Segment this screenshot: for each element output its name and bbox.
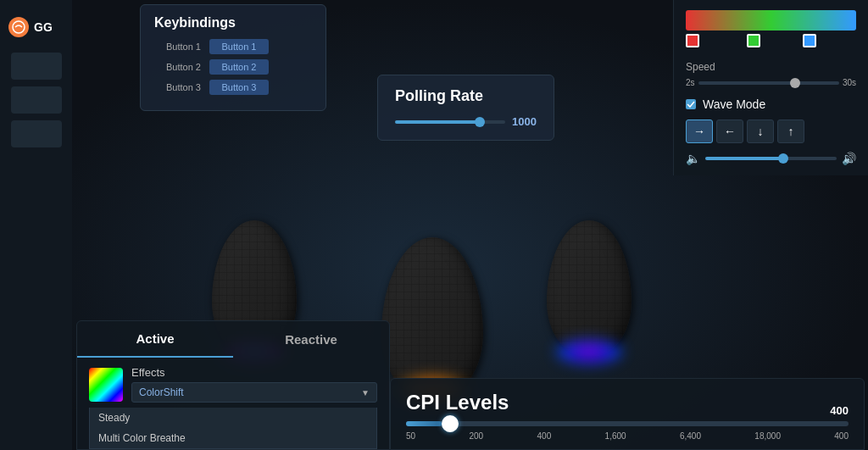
wave-mode-row: Wave Mode (686, 97, 856, 111)
speed-slider[interactable] (698, 81, 839, 85)
keybind-label-3: Button 3 (154, 82, 201, 92)
app-logo: GG (0, 10, 72, 44)
sidebar: GG (0, 0, 72, 450)
effects-label: Effects (131, 366, 377, 379)
tab-active[interactable]: Active (77, 321, 233, 358)
keybind-label-1: Button 1 (154, 42, 201, 52)
mouse-right-body (547, 220, 632, 356)
cpi-label-400b: 400 (834, 431, 849, 441)
color-stop-green[interactable] (747, 34, 760, 47)
keybind-btn-3[interactable]: Button 3 (209, 80, 269, 95)
wave-dir-up[interactable]: ↑ (777, 119, 804, 143)
logo-text: GG (34, 20, 53, 34)
effects-row: Effects ColorShift ▼ (77, 358, 389, 408)
volume-max-icon: 🔊 (842, 152, 856, 165)
polling-rate-panel: Polling Rate 1000 (377, 75, 554, 141)
cpi-label-50: 50 (406, 431, 415, 441)
sidebar-item-3[interactable] (11, 120, 62, 147)
cpi-label-400: 400 (537, 431, 552, 441)
mouse-right (547, 220, 632, 356)
cpi-slider-thumb[interactable] (442, 415, 459, 432)
dropdown-item-steady[interactable]: Steady (90, 408, 376, 428)
speed-slider-row: 2s 30s (686, 78, 856, 87)
keybindings-title: Keybindings (154, 15, 312, 31)
keybindings-panel: Keybindings Button 1 Button 1 Button 2 B… (140, 4, 326, 111)
speed-min-label: 2s (686, 78, 695, 87)
effects-dropdown-list: Steady Multi Color Breathe (89, 408, 377, 449)
effects-right: Effects ColorShift ▼ (131, 366, 377, 403)
cpi-label-6400: 6,400 (680, 431, 701, 441)
cpi-scale-labels: 50 200 400 1,600 6,400 18,000 400 (406, 431, 849, 441)
color-stop-red[interactable] (686, 34, 699, 47)
polling-rate-title: Polling Rate (395, 87, 537, 105)
color-gradient-bar (686, 10, 856, 31)
sidebar-item-1[interactable] (11, 53, 62, 80)
keybind-row-3: Button 3 Button 3 (154, 80, 312, 95)
cpi-label-18000: 18,000 (754, 431, 781, 441)
keybind-btn-1[interactable]: Button 1 (209, 39, 269, 54)
cpi-panel: CPI Levels 400 50 200 400 1,600 6,400 18… (390, 378, 865, 450)
wave-volume-row: 🔈 🔊 (686, 152, 856, 165)
svg-point-0 (13, 21, 25, 33)
mouse-right-glow (555, 339, 623, 364)
sidebar-item-2[interactable] (11, 86, 62, 114)
effects-color-preview[interactable] (89, 368, 123, 402)
wave-mode-panel: Speed 2s 30s Wave Mode → ← ↓ ↑ 🔈 🔊 (673, 0, 868, 175)
dropdown-arrow-icon: ▼ (361, 388, 370, 397)
polling-rate-slider[interactable] (395, 120, 505, 124)
mouse-right-mesh (547, 220, 632, 356)
cpi-fill (406, 421, 442, 426)
cpi-track (406, 421, 849, 426)
wave-mode-checkbox[interactable] (686, 99, 696, 109)
mouse-center (381, 237, 483, 398)
cpi-current-value: 400 (830, 404, 849, 417)
speed-label: Speed (686, 61, 856, 73)
keybind-row-1: Button 1 Button 1 (154, 39, 312, 54)
volume-slider[interactable] (705, 157, 837, 160)
polling-rate-value: 1000 (512, 115, 537, 128)
wave-dir-right[interactable]: → (686, 119, 713, 143)
cpi-title: CPI Levels (406, 391, 849, 414)
keybind-row-2: Button 2 Button 2 (154, 59, 312, 75)
effects-selected-value: ColorShift (139, 386, 184, 398)
bottom-left-panel: Active Reactive Effects ColorShift ▼ Ste… (76, 320, 390, 450)
cpi-label-200: 200 (469, 431, 483, 441)
wave-direction-buttons: → ← ↓ ↑ (686, 119, 856, 143)
wave-dir-left[interactable]: ← (716, 119, 743, 143)
volume-min-icon: 🔈 (686, 152, 700, 165)
speed-max-label: 30s (843, 78, 856, 87)
wave-mode-label: Wave Mode (703, 97, 765, 111)
dropdown-item-multicolor[interactable]: Multi Color Breathe (90, 428, 376, 448)
keybind-btn-2[interactable]: Button 2 (209, 59, 269, 75)
logo-icon (8, 17, 29, 37)
keybind-label-2: Button 2 (154, 62, 201, 72)
color-stop-blue[interactable] (803, 34, 816, 47)
effects-dropdown[interactable]: ColorShift ▼ (131, 382, 377, 403)
tab-reactive[interactable]: Reactive (233, 321, 389, 358)
cpi-slider-area: 400 50 200 400 1,600 6,400 18,000 400 (406, 421, 849, 441)
polling-slider-row: 1000 (395, 115, 537, 128)
wave-dir-down[interactable]: ↓ (747, 119, 774, 143)
cpi-label-1600: 1,600 (605, 431, 626, 441)
active-reactive-tabs: Active Reactive (77, 321, 389, 358)
